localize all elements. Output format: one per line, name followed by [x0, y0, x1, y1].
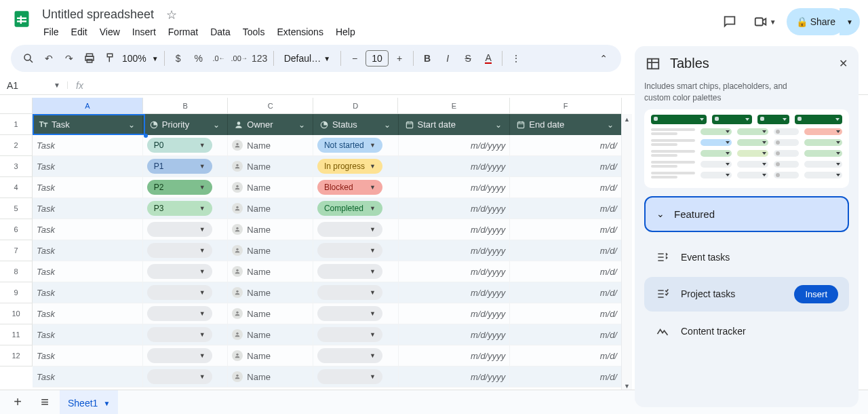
status-cell[interactable]: ▼ — [313, 303, 399, 324]
chip-dropdown-icon[interactable]: ▼ — [370, 205, 376, 212]
row-header[interactable]: 5 — [0, 198, 33, 219]
owner-cell[interactable]: Name — [228, 219, 313, 240]
task-cell[interactable]: Task — [33, 156, 143, 177]
chip-dropdown-icon[interactable]: ▼ — [199, 331, 205, 338]
priority-cell[interactable]: ▼ — [143, 282, 229, 303]
end-date-cell[interactable]: m/d/ — [510, 261, 622, 282]
column-menu-icon[interactable]: ⌄ — [382, 119, 393, 130]
column-menu-icon[interactable]: ⌄ — [296, 119, 307, 130]
text-color-icon[interactable]: A — [479, 49, 498, 68]
chip-dropdown-icon[interactable]: ▼ — [370, 268, 376, 275]
menu-view[interactable]: View — [94, 24, 125, 40]
column-menu-icon[interactable]: ⌄ — [126, 119, 137, 130]
end-date-cell[interactable]: m/d/ — [510, 282, 622, 303]
owner-cell[interactable]: Name — [228, 366, 313, 388]
name-box[interactable]: A1 — [0, 80, 34, 91]
font-decrease[interactable]: − — [345, 49, 364, 68]
col-header[interactable]: D — [313, 98, 399, 114]
end-date-cell[interactable]: m/d/ — [510, 303, 622, 324]
font-increase[interactable]: + — [390, 49, 409, 68]
end-date-cell[interactable]: m/d/ — [510, 345, 622, 366]
font-select[interactable]: Defaul…▼ — [278, 51, 336, 66]
close-sidepanel-icon[interactable]: ✕ — [839, 57, 848, 70]
status-cell[interactable]: In progress▼ — [313, 156, 399, 177]
menu-data[interactable]: Data — [205, 24, 236, 40]
collapse-toolbar-icon[interactable]: ⌄ — [594, 49, 613, 68]
priority-cell[interactable]: ▼ — [143, 219, 229, 240]
row-header[interactable]: 12 — [0, 345, 33, 366]
select-all-corner[interactable] — [0, 98, 33, 114]
start-date-cell[interactable]: m/d/yyyy — [399, 198, 511, 219]
column-menu-icon[interactable]: ⌄ — [211, 119, 222, 130]
owner-cell[interactable]: Name — [228, 303, 313, 324]
end-date-cell[interactable]: m/d/ — [510, 198, 622, 219]
chip-dropdown-icon[interactable]: ▼ — [199, 247, 205, 254]
row-header[interactable]: 7 — [0, 240, 33, 261]
col-header[interactable]: E — [398, 98, 510, 114]
task-cell[interactable]: Task — [33, 324, 143, 345]
row-header[interactable]: 10 — [0, 303, 33, 324]
chip-dropdown-icon[interactable]: ▼ — [199, 373, 205, 380]
start-date-cell[interactable]: m/d/yyyy — [399, 261, 511, 282]
end-date-cell[interactable]: m/d/ — [510, 324, 622, 345]
menu-format[interactable]: Format — [163, 24, 203, 40]
priority-cell[interactable]: P3▼ — [143, 198, 229, 219]
chip-dropdown-icon[interactable]: ▼ — [370, 226, 376, 233]
owner-cell[interactable]: Name — [228, 156, 313, 177]
start-date-cell[interactable]: m/d/yyyy — [399, 324, 511, 345]
priority-cell[interactable]: ▼ — [143, 240, 229, 261]
row-header[interactable]: 1 — [0, 114, 33, 135]
start-date-cell[interactable]: m/d/yyyy — [399, 282, 511, 303]
task-cell[interactable]: Task — [33, 177, 143, 198]
star-icon[interactable]: ☆ — [166, 7, 177, 22]
redo-icon[interactable]: ↷ — [60, 49, 79, 68]
start-date-cell[interactable]: m/d/yyyy — [399, 177, 511, 198]
priority-cell[interactable]: P2▼ — [143, 177, 229, 198]
chip-dropdown-icon[interactable]: ▼ — [370, 247, 376, 254]
status-cell[interactable]: Blocked▼ — [313, 177, 399, 198]
number-format[interactable]: 123 — [250, 49, 269, 68]
table-column-header[interactable]: End date⌄ — [510, 114, 622, 135]
task-cell[interactable]: Task — [33, 366, 143, 388]
name-box-dropdown[interactable]: ▼ — [34, 81, 68, 89]
chip-dropdown-icon[interactable]: ▼ — [370, 163, 376, 170]
priority-cell[interactable]: ▼ — [143, 366, 229, 388]
italic-icon[interactable]: I — [438, 49, 457, 68]
status-cell[interactable]: Not started▼ — [313, 135, 399, 156]
row-header[interactable]: 9 — [0, 282, 33, 303]
priority-cell[interactable]: ▼ — [143, 303, 229, 324]
menu-help[interactable]: Help — [330, 24, 361, 40]
share-button[interactable]: 🔒 Share — [787, 8, 845, 35]
task-cell[interactable]: Task — [33, 240, 143, 261]
end-date-cell[interactable]: m/d/ — [510, 135, 622, 156]
share-dropdown[interactable]: ▼ — [840, 8, 860, 35]
template-item[interactable]: Event tasks — [644, 242, 849, 273]
status-cell[interactable]: ▼ — [313, 282, 399, 303]
status-cell[interactable]: ▼ — [313, 219, 399, 240]
sheets-logo[interactable] — [8, 5, 35, 33]
status-cell[interactable]: ▼ — [313, 261, 399, 282]
row-header[interactable]: 8 — [0, 261, 33, 282]
chip-dropdown-icon[interactable]: ▼ — [370, 184, 376, 191]
undo-icon[interactable]: ↶ — [39, 49, 58, 68]
priority-cell[interactable]: P0▼ — [143, 135, 229, 156]
end-date-cell[interactable]: m/d/ — [510, 366, 622, 388]
chip-dropdown-icon[interactable]: ▼ — [370, 310, 376, 317]
sheet-tab-menu-icon[interactable]: ▼ — [103, 400, 110, 407]
table-column-header[interactable]: Status⌄ — [313, 114, 399, 135]
doc-title[interactable]: Untitled spreadsheet — [38, 7, 158, 22]
task-cell[interactable]: Task — [33, 345, 143, 366]
priority-cell[interactable]: ▼ — [143, 261, 229, 282]
chip-dropdown-icon[interactable]: ▼ — [370, 289, 376, 296]
owner-cell[interactable]: Name — [228, 282, 313, 303]
task-cell[interactable]: Task — [33, 303, 143, 324]
start-date-cell[interactable]: m/d/yyyy — [399, 135, 511, 156]
start-date-cell[interactable]: m/d/yyyy — [399, 156, 511, 177]
vertical-scrollbar[interactable]: ▲ ▼ — [621, 114, 632, 392]
chip-dropdown-icon[interactable]: ▼ — [199, 268, 205, 275]
menu-insert[interactable]: Insert — [127, 24, 161, 40]
end-date-cell[interactable]: m/d/ — [510, 219, 622, 240]
currency-icon[interactable]: $ — [169, 49, 188, 68]
decrease-decimal-icon[interactable]: .0← — [210, 49, 229, 68]
insert-button[interactable]: Insert — [794, 285, 838, 303]
